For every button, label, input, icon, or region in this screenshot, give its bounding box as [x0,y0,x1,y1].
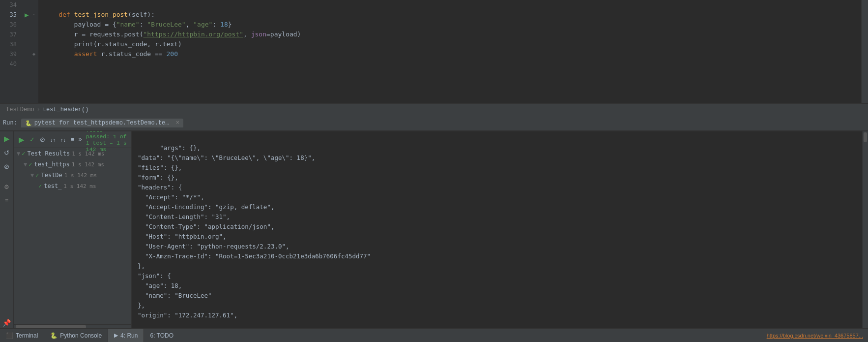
run-arrow-icon[interactable]: ▶ [25,10,29,20]
output-accept-encoding: "Accept-Encoding": "gzip, deflate", [138,203,274,211]
tree-label-results: Test Results [27,150,70,157]
line-number-34: 34 [0,0,17,10]
python-console-label: Python Console [60,332,102,339]
output-panel: "args": {}, "data": "{\"name\": \"BruceL… [132,131,862,328]
right-scrollbar[interactable] [862,131,868,328]
tree-item-https[interactable]: ▼ ✓ test_https 1 s 142 ms [14,159,131,170]
line-number-36: 36 [0,20,17,30]
python-console-tab[interactable]: 🐍 Python Console [44,329,108,342]
test-actions-row: ▶ ✓ ⊘ ↓↑ ↑↓ ≡ » Tests passed: 1 of 1 tes… [14,131,131,148]
breakpoint-dot-39: ◆ [32,49,35,59]
test-sidebar: ▶ ✓ ⊘ ↓↑ ↑↓ ≡ » Tests passed: 1 of 1 tes… [14,131,132,328]
line-number-39: 39 [0,49,17,59]
tree-time-results: 1 s 142 ms [72,151,104,157]
left-icon-strip: ▶ ↺ ⊘ ⚙ ≡ 📌 [0,131,14,328]
run-tab-close[interactable]: × [176,120,179,126]
run-tab-icon: 🐍 [25,120,32,126]
test-tree: ▼ ✓ Test Results 1 s 142 ms ▼ ✓ test_htt… [14,148,131,324]
line-number-40: 40 [0,59,17,69]
code-line-38: print(r.status_code, r.text) [43,39,861,49]
blog-link[interactable]: https://blog.csdn.net/weixin_43675857... [767,333,868,339]
terminal-label: Terminal [16,332,38,339]
tree-label-test: test_ [44,183,61,189]
terminal-tab[interactable]: ⬛ Terminal [0,329,44,342]
filter-button[interactable]: ≡ [1,195,12,206]
bottom-bar: ⬛ Terminal 🐍 Python Console ▶ 4: Run 6: … [0,328,868,342]
code-line-35: def test_json_post(self): [43,10,861,20]
tree-item-test[interactable]: ✓ test_ 1 s 142 ms [14,181,131,191]
output-host: "Host": "httpbin.org", [138,233,227,240]
todo-label: 6: TODO [150,332,174,339]
output-accept: "Accept": "*/*", [138,193,204,201]
run-bottom-icon: ▶ [114,332,118,339]
stop-button[interactable]: ⊘ [1,161,12,172]
run-tab-label: pytest for test_httpsdemo.TestDemo.test … [34,120,172,126]
output-files: "files": {}, [138,164,182,171]
output-data: "data": "{\"name\": \"BruceLee\", \"age\… [138,154,315,161]
line-number-37: 37 [0,30,17,39]
breadcrumb-method: test_header() [43,106,89,113]
todo-tab[interactable]: 6: TODO [144,329,179,342]
line-number-35: 35 [0,10,17,20]
collapse-all-btn[interactable]: ≡ [69,135,77,144]
run-tab[interactable]: 🐍 pytest for test_httpsdemo.TestDemo.tes… [21,119,183,127]
code-line-36: payload = {"name": "BruceLee", "age": 18… [43,20,861,30]
tree-label-testde: TestDe [41,172,62,179]
run-bottom-label: 4: Run [120,332,138,339]
output-name: "name": "BruceLee" [138,292,212,299]
breadcrumb-sep: › [37,106,40,113]
sort-asc-btn[interactable]: ↓↑ [48,136,58,144]
terminal-icon: ⬛ [6,332,13,339]
breadcrumb-class: TestDemo [6,106,34,113]
editor-scrollbar[interactable] [861,0,868,103]
check-all-btn[interactable]: ✓ [28,135,37,144]
code-line-39: assert r.status_code == 200 [43,49,861,59]
code-line-34 [43,0,861,10]
output-origin: "origin": "172.247.127.61", [138,311,237,319]
output-age: "age": 18, [138,282,182,289]
output-args: "args": {}, [160,144,201,152]
code-lines: def test_json_post(self): payload = {"na… [38,0,861,103]
editor-gutter: ▶ · ◆ [21,0,38,103]
line-number-38: 38 [0,39,17,49]
python-console-icon: 🐍 [50,332,58,339]
output-json-open: "json": { [138,272,171,280]
sidebar-scrollbar[interactable] [14,324,131,328]
output-user-agent: "User-Agent": "python-requests/2.23.0", [138,243,289,250]
code-line-40 [43,59,861,69]
output-content-type: "Content-Type": "application/json", [138,223,274,230]
run-toolbar: Run: 🐍 pytest for test_httpsdemo.TestDem… [0,116,868,131]
tree-item-results[interactable]: ▼ ✓ Test Results 1 s 142 ms [14,148,131,159]
rerun-button[interactable]: ↺ [1,147,12,158]
line-numbers: 34 35 36 37 38 39 40 [0,0,21,103]
tree-time-testde: 1 s 142 ms [64,172,97,179]
output-json-close: }, [138,302,145,309]
code-line-37: r = requests.post("https://httpbin.org/p… [43,30,861,39]
tree-item-testde[interactable]: ▼ ✓ TestDe 1 s 142 ms [14,170,131,181]
tree-time-https: 1 s 142 ms [72,161,104,168]
breakpoint-dot-35: · [32,10,35,20]
output-form: "form": {}, [138,174,178,181]
breadcrumb-bar: TestDemo › test_header() [0,103,868,116]
no-circle-btn[interactable]: ⊘ [38,135,47,144]
tree-label-https: test_https [34,161,69,168]
output-content-length: "Content-Length": "31", [138,213,230,220]
run-tests-btn[interactable]: ▶ [17,134,27,145]
editor-area: 34 35 36 37 38 39 40 ▶ · ◆ def test_json… [0,0,868,103]
tree-time-test: 1 s 142 ms [63,183,96,189]
output-headers: "headers": { [138,184,182,191]
run-label: Run: [3,120,17,126]
output-headers-close: }, [138,262,145,270]
play-button[interactable]: ▶ [1,133,12,144]
run-tab-bottom[interactable]: ▶ 4: Run [108,329,144,342]
test-panel: ▶ ↺ ⊘ ⚙ ≡ 📌 ▶ ✓ ⊘ ↓↑ ↑↓ ≡ » Tests passed… [0,131,868,328]
pin-button[interactable]: 📌 [1,317,12,328]
output-trace-id: "X-Amzn-Trace-Id": "Root=1-5ec3a210-0ccb… [138,252,371,260]
settings-button[interactable]: ⚙ [1,182,12,192]
sort-desc-btn[interactable]: ↑↓ [58,136,68,144]
